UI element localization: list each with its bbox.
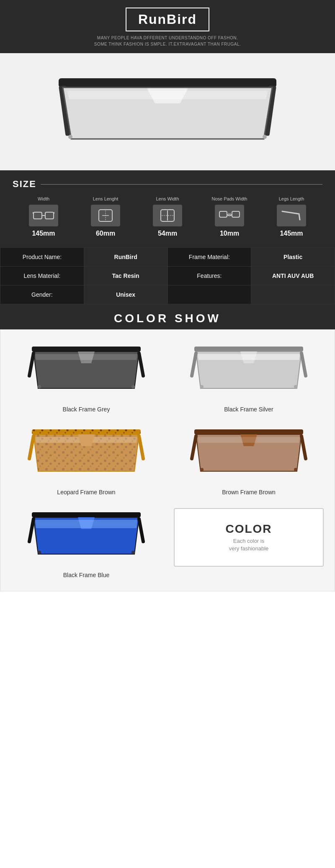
svg-line-41 [192,436,196,459]
color-item-black-silver: Black Frame Silver [170,338,328,417]
svg-rect-43 [32,512,141,517]
header-tagline: MANY PEOPLE HAVA DFFERENT UNDERSTANDNO O… [8,35,327,47]
color-label-black-blue: Black Frame Blue [11,572,161,578]
spec-value-empty [251,285,335,304]
spec-value-product-name: RunBird [84,248,168,266]
svg-point-22 [38,385,41,388]
svg-rect-17 [232,211,240,217]
size-item-legs: Legs Length 145mm [260,196,322,237]
specs-row-2: Lens Material: Tac Resin Features: ANTI … [0,267,335,285]
spec-label-frame-material: Frame Material: [168,248,252,266]
size-value-width: 145mm [13,230,75,237]
glasses-nose-icon [219,208,240,223]
brand-logo-box: RunBird [126,8,209,31]
svg-point-23 [131,385,135,388]
color-item-brown-brown: Brown Frame Brown [170,421,328,500]
svg-rect-0 [59,78,276,87]
svg-line-42 [302,436,306,459]
svg-point-3 [68,135,72,139]
size-label-legs: Legs Length [260,196,322,201]
size-label-width: Width [13,196,75,201]
svg-line-36 [29,436,34,459]
color-special-box: COLOR Each color isvery fashionable [174,508,324,567]
svg-point-4 [263,135,267,139]
color-item-black-grey: Black Frame Grey [7,338,165,417]
size-label-lens-length: Lens Lenght [75,196,137,201]
size-title-row: SIZE [13,179,322,190]
size-value-lens-length: 60mm [75,230,137,237]
glasses-lens-width-icon [157,208,178,223]
size-label-lens-width: Lens Width [137,196,198,201]
svg-line-29 [192,353,196,376]
size-item-width: Width 145mm [13,196,75,237]
spec-label-lens-material: Lens Material: [0,267,84,285]
header-section: RunBird MANY PEOPLE HAVA DFFERENT UNDERS… [0,0,335,53]
hero-sunglasses [50,66,285,158]
spec-label-product-name: Product Name: [0,248,84,266]
sunglasses-black-silver-icon [174,342,324,401]
svg-point-40 [294,468,297,471]
svg-line-24 [29,353,34,376]
size-item-lens-width: Lens Width 54mm [137,196,198,237]
size-icon-lens-length [91,205,120,226]
svg-rect-21 [32,347,141,352]
size-icon-legs [277,205,306,226]
hero-svg [50,66,285,158]
spec-value-frame-material: Plastic [251,248,335,266]
size-item-lens-length: Lens Lenght 60mm [75,196,137,237]
glasses-lens-height-icon [95,208,116,223]
color-item-leopard-brown: Leopard Frame Brown [7,421,165,500]
svg-point-45 [131,551,135,554]
svg-line-46 [29,519,34,542]
svg-rect-5 [34,212,42,219]
sunglasses-black-blue-icon [11,508,161,567]
svg-rect-35 [32,429,141,434]
svg-rect-26 [194,347,303,352]
sunglasses-black-grey-icon [11,342,161,401]
color-item-special: COLOR Each color isvery fashionable [170,504,328,583]
size-icon-nose [215,205,244,226]
color-label-black-grey: Black Frame Grey [11,406,161,413]
size-item-nose: Nose Pads Width 10mm [198,196,260,237]
spec-value-gender: Unisex [84,285,168,304]
svg-point-39 [200,468,204,471]
color-item-black-blue: Black Frame Blue [7,504,165,583]
svg-line-30 [302,353,306,376]
color-label-black-silver: Black Frame Silver [174,406,324,413]
size-items-row: Width 145mm Lens Lenght [13,196,322,237]
brand-name: RunBird [138,12,197,27]
size-value-lens-width: 54mm [137,230,198,237]
spec-value-features: ANTI AUV AUB [251,267,335,285]
color-grid-section: Black Frame Grey Black Frame Silver [0,329,335,591]
specs-table: Product Name: RunBird Frame Material: Pl… [0,247,335,304]
size-icon-width [29,205,58,226]
size-value-nose: 10mm [198,230,260,237]
svg-rect-38 [194,429,303,434]
svg-line-37 [139,436,143,459]
color-special-subtitle: Each color isvery fashionable [229,537,269,552]
spec-label-empty [168,285,252,304]
svg-point-44 [38,551,41,554]
glasses-leg-icon [281,208,302,223]
svg-rect-16 [219,211,227,217]
size-section: SIZE Width 145mm Lens Lenght [0,170,335,247]
hero-section [0,53,335,170]
color-label-brown-brown: Brown Frame Brown [174,489,324,496]
color-label-leopard-brown: Leopard Frame Brown [11,489,161,496]
svg-line-25 [139,353,143,376]
size-label-nose: Nose Pads Width [198,196,260,201]
size-title: SIZE [13,179,36,190]
spec-value-lens-material: Tac Resin [84,267,168,285]
specs-row-3: Gender: Unisex [0,285,335,304]
size-title-line [41,184,322,185]
size-value-legs: 145mm [260,230,322,237]
sunglasses-brown-brown-icon [174,425,324,484]
svg-point-27 [200,385,204,388]
svg-point-28 [294,385,297,388]
svg-rect-6 [45,212,54,219]
color-grid: Black Frame Grey Black Frame Silver [7,338,328,583]
color-special-title: COLOR [225,522,272,536]
svg-line-47 [139,519,143,542]
spec-label-features: Features: [168,267,252,285]
specs-row-1: Product Name: RunBird Frame Material: Pl… [0,248,335,267]
